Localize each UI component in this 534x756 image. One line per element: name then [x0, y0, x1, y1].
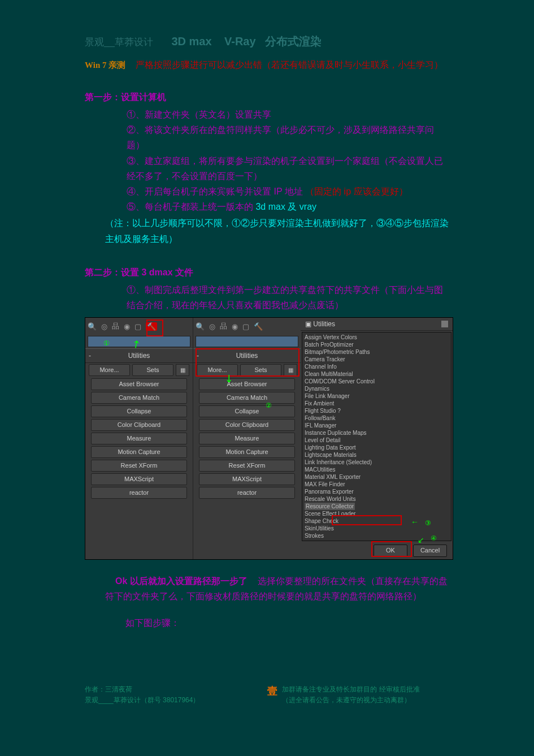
utility-button[interactable]: Collapse [91, 405, 187, 417]
list-item[interactable]: Instance Duplicate Maps [305, 429, 449, 437]
list-item[interactable]: MACUtilities [305, 466, 449, 473]
list-item[interactable]: Channel Info [305, 363, 449, 370]
title-3dmax: 3D max [171, 35, 211, 47]
footer-r2: （进全请看公告，未遵守的视为主动离群） [282, 695, 419, 706]
utility-button[interactable]: reactor [91, 487, 187, 499]
utility-button[interactable]: Reset XForm [199, 460, 295, 472]
config-icon[interactable]: ▦ [176, 364, 189, 376]
win7-line: Win 7 亲测 严格按照步骤进行可以减少出错（若还有错误请及时与小生联系，小生… [85, 59, 449, 71]
hierarchy-icon: 品 [220, 321, 227, 331]
list-item[interactable]: COM/DCOM Server Control [305, 378, 449, 385]
list-item[interactable]: Link Inheritance (Selected) [305, 459, 449, 466]
motion-icon: ◉ [124, 322, 130, 331]
utility-button[interactable]: Camera Match [91, 392, 187, 404]
utility-button[interactable]: Asset Browser [199, 378, 295, 390]
dialog-buttons: OK Cancel [301, 542, 453, 559]
after-p1a: Ok 以后就加入设置路径那一步了 [115, 576, 248, 586]
step1-item5b: 3d max 及 vray [255, 202, 316, 211]
mark-3: ③ [425, 519, 431, 527]
utility-button[interactable]: Motion Capture [91, 446, 187, 458]
mark-4: ④ [431, 534, 437, 542]
utility-button[interactable]: Reset XForm [91, 460, 187, 472]
rollout-bar [196, 336, 298, 347]
sets-button[interactable]: Sets [240, 364, 281, 376]
step1-item2: ②、将该文件夹所在的盘符同样共享（此步必不可少，涉及到网络路径共享问题） [127, 122, 449, 153]
config-icon[interactable]: ▦ [284, 364, 297, 376]
list-item[interactable]: File Link Manager [305, 392, 449, 400]
tab-row: 🔍 ◎ 品 ◉ ▢ 🔨 [85, 318, 193, 335]
list-item[interactable]: Level of Detail [305, 437, 449, 444]
utility-button[interactable]: Color Clipboard [91, 419, 187, 431]
utility-button[interactable]: Camera Match [199, 392, 295, 404]
step1-item4a: ④、开启每台机子的来宾账号并设置 IP 地址 [127, 187, 303, 196]
list-item[interactable]: Lightscape Materials [305, 451, 449, 459]
display-icon: ▢ [134, 322, 141, 331]
section-title: Utilities [128, 352, 150, 360]
utility-button[interactable]: Collapse [199, 405, 295, 417]
window-control-icon[interactable] [441, 321, 448, 327]
step1-item5a: ⑤、每台机子都装上统一版本的 [127, 202, 255, 211]
arrow-3: ← [411, 517, 419, 526]
panel-section-header[interactable]: - Utilities [193, 348, 301, 363]
tab-row-2: 🔍 ◎ 品 ◉ ▢ 🔨 [193, 318, 301, 335]
list-item[interactable]: Follow/Bank [305, 414, 449, 422]
utility-button[interactable]: reactor [199, 487, 295, 499]
after-p2: 符下的文件夹了么，下面修改材质路径的时候要的就是共享的盘符的网络路径） [105, 589, 449, 604]
list-item[interactable]: Dynamics [305, 385, 449, 392]
utility-button[interactable]: Asset Browser [91, 378, 187, 390]
list-item[interactable]: MAX File Finder [305, 481, 449, 488]
more-sets-row: More... Sets ▦ [85, 363, 193, 377]
utility-button[interactable]: Motion Capture [199, 446, 295, 458]
list-item[interactable]: Batch ProOptimizer [305, 341, 449, 348]
list-item[interactable]: Resource Collector [305, 503, 449, 510]
arrow-4: ↙ [418, 535, 424, 545]
panel-section-header[interactable]: - Utilities [85, 348, 193, 363]
list-item[interactable]: Material XML Exporter [305, 473, 449, 481]
step1-item4b: （固定的 ip 应该会更好） [305, 187, 407, 196]
list-item[interactable]: Fix Ambient [305, 400, 449, 407]
utility-button[interactable]: Measure [91, 433, 187, 444]
mark-2: ② [266, 401, 272, 409]
footer-page-num: 壹 [267, 684, 277, 706]
utilities-dialog: ▣ Utilities Assign Vertex ColorsBatch Pr… [301, 318, 453, 559]
list-item[interactable]: Rescale World Units [305, 495, 449, 503]
mark-1: ① [103, 339, 110, 347]
list-item[interactable]: Clean MultiMaterial [305, 370, 449, 378]
footer-author: 作者：三清夜荷 [85, 684, 199, 695]
utilities-panel-right: 🔍 ◎ 品 ◉ ▢ 🔨 - Utilities More... Sets ▦ [193, 318, 301, 559]
win7-label: Win 7 亲测 [85, 61, 125, 70]
list-item[interactable]: Panorama Exporter [305, 488, 449, 495]
utilities-tab-icon[interactable]: 🔨 [254, 322, 263, 331]
list-item[interactable]: Flight Studio ? [305, 407, 449, 414]
title-vray: V-Ray [224, 35, 256, 47]
sets-button[interactable]: Sets [132, 364, 173, 376]
section-title: Utilities [236, 352, 258, 360]
cancel-button[interactable]: Cancel [413, 545, 447, 557]
ok-button[interactable]: OK [374, 545, 407, 557]
footer-right: 加群请备注专业及特长加群目的 经审核后批准 （进全请看公告，未遵守的视为主动离群… [282, 684, 419, 706]
list-item[interactable]: Strokes [305, 532, 449, 539]
utilities-tab-icon[interactable]: 🔨 [146, 322, 157, 331]
more-sets-row: More... Sets ▦ [193, 363, 301, 377]
list-item[interactable]: Scene Effect Loader [305, 510, 449, 517]
utility-button[interactable]: MAXScript [91, 473, 187, 485]
dialog-title: ▣ Utilities [301, 318, 453, 331]
page-title: 景观__草莽设计 3D max V-Ray 分布式渲染 [85, 34, 449, 49]
list-item[interactable]: IFL Manager [305, 422, 449, 429]
step2-item1: ①、制图完成后整理文件到第一步建立的共享盘符下的共享文件（下面小生与图结合介绍，… [127, 282, 449, 313]
list-item[interactable]: Lighting Data Export [305, 444, 449, 451]
wrench-icon: 🔍 [196, 322, 205, 331]
list-item[interactable]: Assign Vertex Colors [305, 334, 449, 341]
utility-button[interactable]: Measure [199, 433, 295, 444]
after-p3: 如下图步骤： [125, 617, 449, 629]
more-button[interactable]: More... [89, 364, 130, 376]
list-item[interactable]: Bitmap/Photometric Paths [305, 348, 449, 356]
utility-button[interactable]: MAXScript [199, 473, 295, 485]
hierarchy-icon: 品 [112, 321, 119, 331]
collapse-icon: - [89, 349, 91, 362]
step1-heading: 第一步：设置计算机 [85, 92, 449, 103]
utilities-listbox[interactable]: Assign Vertex ColorsBatch ProOptimizerBi… [302, 332, 451, 541]
display-icon: ▢ [242, 322, 249, 331]
utility-button[interactable]: Color Clipboard [199, 419, 295, 431]
list-item[interactable]: Camera Tracker [305, 356, 449, 363]
